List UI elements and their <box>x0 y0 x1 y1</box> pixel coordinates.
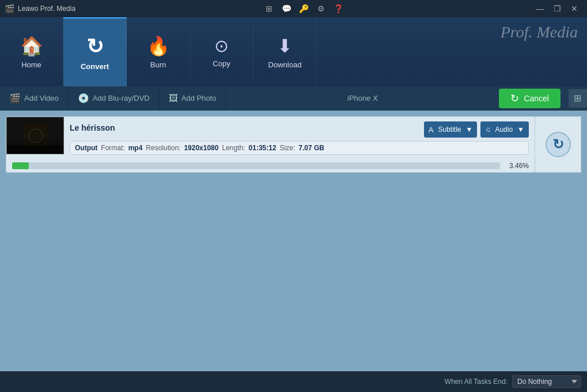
file-row: Le hérisson A Subtitle ▼ ♫ Audio <box>6 116 581 173</box>
title-bar-controls: — ❐ ✕ <box>532 3 582 14</box>
svg-rect-1 <box>24 123 47 149</box>
title-bar-icons: ⊞ 💬 🔑 ⚙ ❓ <box>263 3 344 14</box>
nav-bar: 🏠 Home ↻ Convert 🔥 Burn ⊙ Copy ⬇ Downloa… <box>0 17 587 86</box>
add-video-icon: 🎬 <box>9 93 21 104</box>
key-icon[interactable]: 🔑 <box>298 3 309 14</box>
app-logo-icon: 🎬 <box>5 4 14 13</box>
size-value: 7.07 GB <box>298 144 324 152</box>
nav-item-convert[interactable]: ↻ Convert <box>63 17 127 86</box>
audio-dropdown[interactable]: ♫ Audio ▼ <box>480 121 529 138</box>
file-title: Le hérisson <box>70 123 115 132</box>
nav-label-convert: Convert <box>81 62 109 71</box>
subtitle-icon: A <box>429 125 434 134</box>
format-label: Format: <box>101 144 124 152</box>
panel-toggle-button[interactable]: ⊞ <box>569 89 587 108</box>
refresh-side: ↻ <box>535 116 581 173</box>
download-icon: ⬇ <box>277 35 293 57</box>
title-bar-left: 🎬 Leawo Prof. Media <box>5 4 75 13</box>
home-icon: 🏠 <box>20 35 43 57</box>
add-bluray-button[interactable]: 💿 Add Blu-ray/DVD <box>69 86 160 110</box>
size-label: Size: <box>280 144 296 152</box>
add-photo-icon: 🖼 <box>169 93 178 104</box>
settings-icon[interactable]: ⚙ <box>315 3 327 14</box>
burn-icon: 🔥 <box>147 35 170 57</box>
subtitle-label: Subtitle <box>438 125 461 134</box>
convert-icon: ↻ <box>86 35 104 59</box>
nav-item-copy[interactable]: ⊙ Copy <box>190 17 253 86</box>
help-icon[interactable]: ❓ <box>332 3 344 14</box>
progress-label: 3.46% <box>506 162 529 170</box>
add-bluray-icon: 💿 <box>78 93 89 104</box>
audio-chevron-icon: ▼ <box>517 125 524 134</box>
add-bluray-label: Add Blu-ray/DVD <box>93 94 150 102</box>
file-card: Le hérisson A Subtitle ▼ ♫ Audio <box>6 116 535 173</box>
file-meta: Output Format: mp4 Resolution: 1920x1080… <box>70 141 529 155</box>
add-photo-label: Add Photo <box>181 94 217 102</box>
title-bar: 🎬 Leawo Prof. Media ⊞ 💬 🔑 ⚙ ❓ — ❐ ✕ <box>0 0 587 17</box>
resolution-value: 1920x1080 <box>184 144 218 152</box>
add-video-button[interactable]: 🎬 Add Video <box>0 86 69 110</box>
svg-rect-3 <box>7 145 64 154</box>
status-bar: When All Tasks End: Do Nothing Sleep Hib… <box>0 371 587 392</box>
cancel-label: Cancel <box>524 94 549 103</box>
refresh-button[interactable]: ↻ <box>546 132 571 157</box>
length-value: 01:35:12 <box>249 144 277 152</box>
thumbnail-image <box>7 117 63 154</box>
subtitle-dropdown[interactable]: A Subtitle ▼ <box>424 121 478 138</box>
nav-label-burn: Burn <box>150 60 166 69</box>
resolution-label: Resolution: <box>146 144 180 152</box>
status-label: When All Tasks End: <box>445 378 508 386</box>
copy-icon: ⊙ <box>214 36 229 56</box>
nav-label-download: Download <box>268 60 302 69</box>
file-info-section: Le hérisson A Subtitle ▼ ♫ Audio <box>64 117 535 159</box>
chat-icon[interactable]: 💬 <box>281 3 292 14</box>
panel-icon: ⊞ <box>574 93 581 104</box>
length-label: Length: <box>222 144 245 152</box>
refresh-icon: ↻ <box>552 136 564 153</box>
maximize-button[interactable]: ❐ <box>549 3 565 14</box>
nav-item-home[interactable]: 🏠 Home <box>0 17 63 86</box>
screenshot-icon[interactable]: ⊞ <box>263 3 275 14</box>
device-label: iPhone X <box>336 94 389 102</box>
task-end-select[interactable]: Do Nothing Sleep Hibernate Shutdown <box>512 375 581 388</box>
brand-text: Prof. Media <box>501 23 578 41</box>
output-label: Output <box>75 144 97 152</box>
add-photo-button[interactable]: 🖼 Add Photo <box>160 86 226 110</box>
format-value: mp4 <box>128 144 143 152</box>
secondary-toolbar: 🎬 Add Video 💿 Add Blu-ray/DVD 🖼 Add Phot… <box>0 86 587 111</box>
nav-label-home: Home <box>21 60 41 69</box>
audio-icon: ♫ <box>485 125 490 134</box>
file-controls: A Subtitle ▼ ♫ Audio ▼ <box>424 121 529 138</box>
minimize-button[interactable]: — <box>532 3 548 14</box>
add-video-label: Add Video <box>24 94 59 102</box>
subtitle-chevron-icon: ▼ <box>466 125 473 134</box>
audio-label: Audio <box>495 125 513 134</box>
progress-bar-fill <box>12 162 29 169</box>
thumbnail-svg <box>7 117 64 154</box>
close-button[interactable]: ✕ <box>566 3 582 14</box>
file-card-progress: 3.46% <box>6 159 535 172</box>
nav-label-copy: Copy <box>213 59 230 68</box>
progress-bar <box>12 162 500 169</box>
file-thumbnail <box>6 117 64 154</box>
cancel-button[interactable]: ↻ Cancel <box>499 89 561 108</box>
app-title: Leawo Prof. Media <box>18 5 75 13</box>
nav-item-burn[interactable]: 🔥 Burn <box>127 17 190 86</box>
main-content: Le hérisson A Subtitle ▼ ♫ Audio <box>0 111 587 371</box>
cancel-spin-icon: ↻ <box>510 92 519 105</box>
nav-item-download[interactable]: ⬇ Download <box>253 17 317 86</box>
